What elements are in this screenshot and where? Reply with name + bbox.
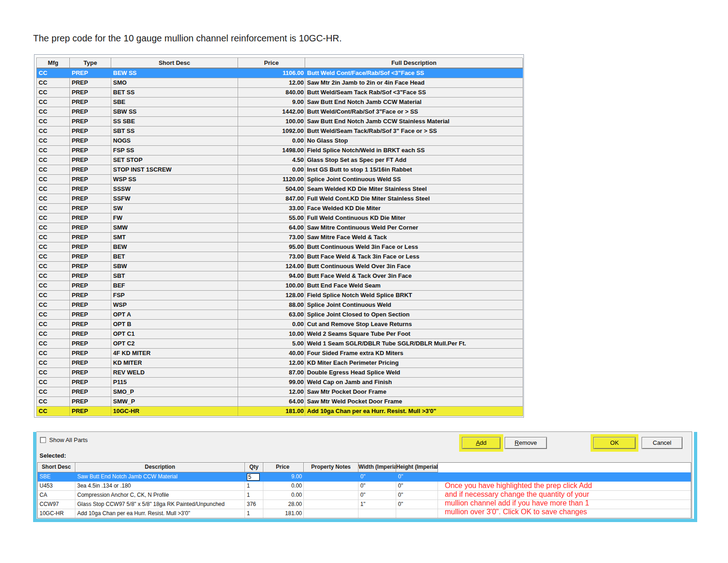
- cell-short-desc: SBW SS: [111, 107, 238, 117]
- selected-table-row[interactable]: SBESaw Butt End Notch Jamb CCW Material9…: [38, 472, 691, 482]
- parts-table-row[interactable]: CCPREPSSFW847.00Full Weld Cont.KD Die Mi…: [37, 194, 523, 204]
- cell-full-description: Face Welded KD Die Miter: [305, 204, 523, 213]
- show-all-parts-checkbox[interactable]: [40, 437, 46, 443]
- parts-table-row[interactable]: CCPREPSET STOP4.50Glass Stop Set as Spec…: [37, 155, 523, 165]
- cell-short-desc: OPT A: [111, 310, 238, 320]
- parts-table-row[interactable]: CCPREPSBW SS1442.00Butt Weld/Cont/Rab/So…: [37, 107, 523, 117]
- parts-table-row[interactable]: CCPREPSW33.00Face Welded KD Die Miter: [37, 204, 523, 213]
- cell-full-description: Full Weld Continuous KD Die Miter: [305, 213, 523, 223]
- cell-type: PREP: [70, 349, 111, 358]
- qty-input[interactable]: [247, 473, 260, 481]
- cell-mfg: CC: [37, 320, 70, 329]
- cell-width: 0": [358, 472, 396, 482]
- column-header-qty[interactable]: Qty: [245, 463, 263, 472]
- parts-table-row[interactable]: CCPREPFW55.00Full Weld Continuous KD Die…: [37, 213, 523, 223]
- prep-parts-grid: MfgTypeShort DescPriceFull Description C…: [36, 57, 523, 416]
- parts-table-row[interactable]: CCPREPFSP SS1498.00Field Splice Notch/We…: [37, 146, 523, 155]
- cell-short-desc: FSP: [111, 291, 238, 300]
- cell-price: 12.00: [238, 387, 305, 397]
- parts-table-row[interactable]: CCPREPBEW SS1106.00Butt Weld Cont/Face/R…: [37, 69, 523, 78]
- parts-table-row[interactable]: CCPREPSMW_P64.00Saw Mtr Weld Pocket Door…: [37, 397, 523, 407]
- parts-table-row[interactable]: CCPREP10GC-HR181.00Add 10ga Chan per ea …: [37, 407, 523, 416]
- show-all-parts-label: Show All Parts: [49, 437, 88, 443]
- parts-table-row[interactable]: CCPREPSBE9.00Saw Butt End Notch Jamb CCW…: [37, 98, 523, 107]
- column-header-short-desc[interactable]: Short Desc: [38, 463, 75, 472]
- column-header-full-description[interactable]: Full Description: [305, 58, 523, 69]
- cell-type: PREP: [70, 88, 111, 98]
- column-header-type[interactable]: Type: [70, 58, 111, 69]
- parts-table-row[interactable]: CCPREPSS SBE100.00Saw Butt End Notch Jam…: [37, 117, 523, 126]
- parts-table-row[interactable]: CCPREPSMW64.00Saw Mitre Continuous Weld …: [37, 223, 523, 233]
- page-title: The prep code for the 10 gauge mullion c…: [33, 33, 341, 44]
- cell-property-notes: [304, 509, 358, 518]
- parts-table-row[interactable]: CCPREPOPT B0.00Cut and Remove Stop Leave…: [37, 320, 523, 329]
- prep-parts-body: CCPREPBEW SS1106.00Butt Weld Cont/Face/R…: [37, 69, 523, 416]
- parts-table-row[interactable]: CCPREPSMT73.00Saw Mitre Face Weld & Tack: [37, 233, 523, 242]
- cell-price: 124.00: [238, 262, 305, 271]
- cell-price: 63.00: [238, 310, 305, 320]
- parts-table-row[interactable]: CCPREPOPT C25.00Weld 1 Seam SGLR/DBLR Tu…: [37, 339, 523, 349]
- parts-table-row[interactable]: CCPREPSBT SS1092.00Butt Weld/Seam Tack/R…: [37, 126, 523, 136]
- parts-table-row[interactable]: CCPREPSBW124.00Butt Continuous Weld Over…: [37, 262, 523, 271]
- cancel-button[interactable]: Cancel: [642, 437, 682, 449]
- cell-short-desc: SS SBE: [111, 117, 238, 126]
- parts-table-row[interactable]: CCPREPSMO12.00Saw Mtr 2in Jamb to 2in or…: [37, 78, 523, 88]
- parts-table-row[interactable]: CCPREPBET SS840.00Butt Weld/Seam Tack Ra…: [37, 88, 523, 98]
- parts-table-row[interactable]: CCPREPP11599.00Weld Cap on Jamb and Fini…: [37, 378, 523, 387]
- cell-height: 0": [396, 491, 438, 500]
- cell-type: PREP: [70, 98, 111, 107]
- parts-table-row[interactable]: CCPREP4F KD MITER40.00Four Sided Frame e…: [37, 349, 523, 358]
- cell-mfg: CC: [37, 368, 70, 378]
- cell-full-description: Butt Face Weld & Tack 3in Face or Less: [305, 252, 523, 262]
- parts-table-row[interactable]: CCPREPNOGS0.00No Glass Stop: [37, 136, 523, 146]
- cell-short-desc: WSP SS: [111, 175, 238, 184]
- parts-table-row[interactable]: CCPREPKD MITER12.00KD Miter Each Perimet…: [37, 358, 523, 368]
- cell-mfg: CC: [37, 175, 70, 184]
- parts-table-row[interactable]: CCPREPSTOP INST 1SCREW0.00Inst GS Butt t…: [37, 165, 523, 175]
- cell-price: 88.00: [238, 300, 305, 310]
- cell-description: 3ea 4.5in .134 or .180: [75, 482, 245, 491]
- column-header-width-imperial[interactable]: Width (Imperial): [358, 463, 396, 472]
- add-button[interactable]: Add: [462, 437, 500, 449]
- column-header-mfg[interactable]: Mfg: [37, 58, 70, 69]
- cell-price: 94.00: [238, 271, 305, 281]
- column-header-property-notes[interactable]: Property Notes: [304, 463, 358, 472]
- column-header-description[interactable]: Description: [75, 463, 245, 472]
- cell-short-desc: SMW: [111, 223, 238, 233]
- parts-table-row[interactable]: CCPREPOPT C110.00Weld 2 Seams Square Tub…: [37, 329, 523, 339]
- parts-table-row[interactable]: CCPREPOPT A63.00Splice Joint Closed to O…: [37, 310, 523, 320]
- parts-table-row[interactable]: CCPREPSMO_P12.00Saw Mtr Pocket Door Fram…: [37, 387, 523, 397]
- parts-table-row[interactable]: CCPREPSSSW504.00Seam Welded KD Die Miter…: [37, 184, 523, 194]
- ok-button[interactable]: OK: [593, 437, 636, 449]
- cell-full-description: Double Egress Head Splice Weld: [305, 368, 523, 378]
- remove-button[interactable]: Remove: [505, 437, 547, 449]
- cell-price: 0.00: [238, 136, 305, 146]
- parts-table-row[interactable]: CCPREPWSP88.00Splice Joint Continuous We…: [37, 300, 523, 310]
- cell-mfg: CC: [37, 146, 70, 155]
- cell-short-desc: WSP: [111, 300, 238, 310]
- parts-table-row[interactable]: CCPREPWSP SS1120.00Splice Joint Continuo…: [37, 175, 523, 184]
- cell-price: 64.00: [238, 223, 305, 233]
- cell-price: 181.00: [238, 407, 305, 416]
- cell-mfg: CC: [37, 242, 70, 252]
- parts-table-row[interactable]: CCPREPREV WELD87.00Double Egress Head Sp…: [37, 368, 523, 378]
- column-header-price[interactable]: Price: [238, 58, 305, 69]
- column-header-price[interactable]: Price: [263, 463, 304, 472]
- cell-type: PREP: [70, 78, 111, 88]
- cell-short-desc: REV WELD: [111, 368, 238, 378]
- parts-table-row[interactable]: CCPREPSBT94.00Butt Face Weld & Tack Over…: [37, 271, 523, 281]
- cell-type: PREP: [70, 213, 111, 223]
- parts-table-row[interactable]: CCPREPBEW95.00Butt Continuous Weld 3in F…: [37, 242, 523, 252]
- cell-height: 0": [396, 472, 438, 482]
- parts-table-row[interactable]: CCPREPBET73.00Butt Face Weld & Tack 3in …: [37, 252, 523, 262]
- cell-full-description: Butt Continuous Weld 3in Face or Less: [305, 242, 523, 252]
- cell-price: 12.00: [238, 358, 305, 368]
- parts-table-row[interactable]: CCPREPFSP128.00Field Splice Notch Weld S…: [37, 291, 523, 300]
- column-header-short-desc[interactable]: Short Desc: [111, 58, 238, 69]
- cell-mfg: CC: [37, 136, 70, 146]
- parts-table-row[interactable]: CCPREPBEF100.00Butt End Face Weld Seam: [37, 281, 523, 291]
- cell-type: PREP: [70, 165, 111, 175]
- cell-short-desc: BEW: [111, 242, 238, 252]
- cell-price: 1498.00: [238, 146, 305, 155]
- column-header-height-imperial[interactable]: Height (Imperial): [396, 463, 438, 472]
